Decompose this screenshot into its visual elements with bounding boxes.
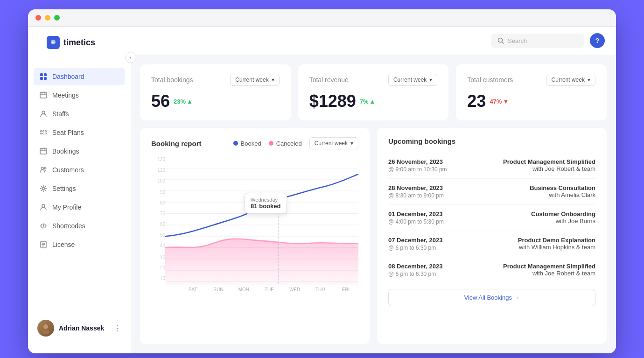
x-axis-labels: SAT SUN MON TUE WED THU FRI (165, 287, 358, 292)
chart-period-btn[interactable]: Current week ▾ (309, 137, 358, 149)
booking-detail-2: Customer Onboarding with Joe Burns (531, 211, 595, 225)
meetings-icon (39, 91, 48, 99)
sidebar-item-meetings[interactable]: Meetings (34, 86, 125, 104)
booking-detail-1: Business Consultation with Amelia Clark (530, 184, 595, 198)
x-label-thu: THU (308, 287, 333, 292)
chart-legend: Booked Canceled Current week ▾ (233, 137, 358, 149)
sidebar-item-settings[interactable]: Settings (34, 180, 125, 197)
y-label-30: 30 (151, 254, 165, 260)
booking-item-1: 28 November, 2023 @ 8:30 am to 9:00 pm B… (388, 179, 595, 205)
svg-line-31 (502, 42, 504, 44)
y-label-100: 100 (151, 178, 165, 183)
shortcodes-icon (39, 222, 48, 230)
my-profile-icon (39, 203, 48, 211)
booking-date-1: 28 November, 2023 @ 8:30 am to 9:00 pm (388, 184, 444, 199)
settings-icon (39, 184, 48, 193)
legend-dot-booked (233, 141, 238, 146)
stat-title-customers: Total customers (467, 76, 513, 84)
chart-card: Booking report Booked Canceled (140, 128, 370, 344)
nav-menu: Dashboard Meetings (28, 68, 131, 312)
collapse-button[interactable]: ‹ (125, 52, 136, 63)
booking-item-3: 07 December, 2023 @ 6 pm to 6:30 pm Prod… (388, 231, 595, 257)
sidebar: timetics ‹ Dashboard (28, 27, 131, 353)
stat-value-customers: 23 47% ▼ (467, 91, 595, 111)
svg-point-13 (43, 133, 44, 134)
more-options-icon[interactable]: ⋮ (114, 324, 121, 333)
dashboard-icon (39, 72, 48, 81)
logo-text: timetics (63, 38, 95, 48)
svg-point-19 (42, 168, 44, 170)
sidebar-item-dashboard[interactable]: Dashboard (34, 68, 125, 85)
svg-rect-15 (40, 148, 47, 154)
sidebar-item-license[interactable]: License (34, 236, 125, 253)
maximize-dot[interactable] (54, 15, 60, 21)
booking-item-2: 01 December, 2023 @ 4:00 pm to 5:30 pm C… (388, 205, 595, 231)
sidebar-item-label: License (52, 241, 75, 248)
svg-point-14 (45, 133, 47, 134)
bookings-card: Upcoming bookings 26 November, 2023 @ 9:… (377, 128, 607, 344)
minimize-dot[interactable] (45, 15, 50, 21)
svg-rect-4 (40, 92, 47, 98)
y-label-10: 10 (151, 276, 165, 281)
period-btn-revenue[interactable]: Current week ▾ (388, 74, 437, 86)
bottom-row: Booking report Booked Canceled (140, 128, 607, 344)
stat-title-bookings: Total bookings (151, 76, 193, 84)
booking-date-0: 26 November, 2023 @ 9:00 am to 10:30 pm (388, 158, 447, 173)
app-window: timetics ‹ Dashboard (28, 9, 616, 353)
booking-item-0: 26 November, 2023 @ 9:00 am to 10:30 pm … (388, 153, 595, 179)
dashboard: Total bookings Current week ▾ 56 23% ▲ (131, 55, 616, 353)
x-label-sat: SAT (180, 287, 206, 292)
sidebar-item-shortcodes[interactable]: Shortcodes (34, 217, 125, 235)
y-label-90: 90 (151, 190, 165, 195)
x-label-mon: MON (231, 287, 257, 292)
svg-rect-1 (44, 73, 47, 76)
user-name: Adrian Nassek (59, 324, 109, 332)
chart-title: Booking report (151, 140, 202, 147)
sidebar-item-label: Bookings (52, 147, 79, 155)
y-label-70: 70 (151, 211, 165, 216)
seat-plans-icon (39, 128, 48, 137)
search-bar[interactable]: Search (491, 34, 584, 48)
license-icon (39, 240, 48, 249)
sidebar-item-seat-plans[interactable]: Seat Plans (34, 124, 125, 141)
booking-detail-3: Product Demo Explanation with William Ho… (518, 237, 595, 251)
svg-line-23 (43, 224, 44, 228)
y-label-80: 80 (151, 200, 165, 205)
booking-date-4: 08 December, 2023 @ 6 pm to 6:30 pm (388, 263, 442, 277)
sidebar-item-label: Customers (52, 166, 84, 174)
view-all-bookings-button[interactable]: View All Bookings → (388, 289, 595, 306)
staffs-icon (39, 110, 48, 118)
period-btn-bookings[interactable]: Current week ▾ (230, 74, 279, 86)
close-dot[interactable] (35, 15, 41, 21)
svg-point-9 (41, 131, 42, 132)
svg-rect-3 (44, 77, 47, 80)
svg-point-28 (43, 324, 48, 329)
svg-point-20 (44, 167, 46, 169)
stat-card-customers: Total customers Current week ▾ 23 47% ▼ (456, 64, 607, 120)
sidebar-item-my-profile[interactable]: My Profile (34, 198, 125, 216)
sidebar-item-label: My Profile (52, 204, 81, 211)
titlebar (28, 9, 616, 27)
chart-svg (165, 157, 358, 285)
logo-icon (47, 36, 60, 49)
topbar: Search ? (131, 27, 616, 55)
stat-card-bookings: Total bookings Current week ▾ 56 23% ▲ (140, 64, 291, 120)
svg-point-21 (42, 188, 45, 190)
chart-header: Booking report Booked Canceled (151, 137, 358, 149)
help-button[interactable]: ? (590, 33, 605, 48)
sidebar-item-label: Staffs (52, 110, 69, 118)
svg-point-29 (42, 330, 49, 334)
y-label-20: 20 (151, 265, 165, 270)
svg-point-12 (41, 133, 42, 134)
sidebar-item-bookings[interactable]: Bookings (34, 142, 125, 160)
x-label-wed: WED (282, 287, 308, 292)
sidebar-item-customers[interactable]: Customers (34, 161, 125, 179)
period-btn-customers[interactable]: Current week ▾ (546, 74, 595, 86)
search-icon (497, 37, 504, 44)
legend-booked: Booked (233, 140, 261, 147)
y-label-120: 120 (151, 157, 165, 162)
bookings-icon (39, 147, 48, 155)
sidebar-item-staffs[interactable]: Staffs (34, 105, 125, 123)
y-label-40: 40 (151, 243, 165, 248)
stat-badge-customers: 47% ▼ (490, 98, 509, 105)
